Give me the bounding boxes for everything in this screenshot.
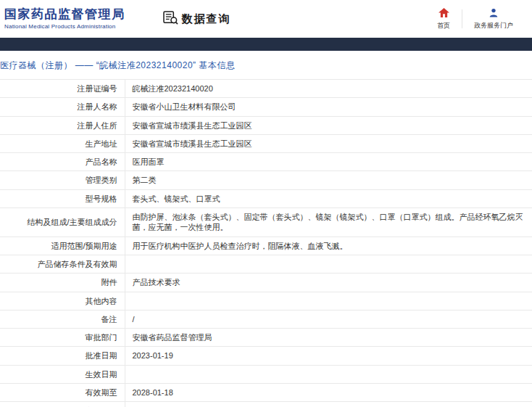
row-value: 由防护屏、泡沫条（套头式）、固定带（套头式）、镜架（镜架式）、口罩（口罩式）组成… xyxy=(125,208,532,237)
row-value xyxy=(125,255,532,273)
registration-info-table: 注册证编号 皖械注准20232140020 注册人名称 安徽省小山卫生材料有限公… xyxy=(0,79,532,407)
document-search-icon xyxy=(163,11,178,28)
row-value: 医用面罩 xyxy=(125,153,532,171)
table-row: 注册人名称 安徽省小山卫生材料有限公司 xyxy=(0,98,532,116)
table-row: 产品名称 医用面罩 xyxy=(0,153,532,171)
nav-item-portal[interactable]: 政务服务门户 xyxy=(462,8,525,30)
row-label: 生产地址 xyxy=(0,134,125,152)
section-title: 数据查询 xyxy=(182,12,231,26)
table-row: 注册人住所 安徽省宣城市绩溪县生态工业园区 xyxy=(0,116,532,134)
row-label: 产品名称 xyxy=(0,153,125,171)
row-label: 适用范围/预期用途 xyxy=(0,237,125,255)
row-label: 有效期至 xyxy=(0,384,125,402)
row-value: 产品技术要求 xyxy=(125,274,532,292)
table-row: 适用范围/预期用途 用于医疗机构中医护人员检查治疗时，阻隔体液、血液飞溅。 xyxy=(0,237,532,255)
row-value: 2023-01-19 xyxy=(125,347,532,365)
table-row: 型号规格 套头式、镜架式、口罩式 xyxy=(0,189,532,207)
table-row: 审批部门 安徽省药品监督管理局 xyxy=(0,329,532,347)
agency-name-en: National Medical Products Administration xyxy=(4,23,125,30)
nav-portal-label: 政务服务门户 xyxy=(474,21,513,30)
home-icon xyxy=(439,8,449,19)
data-query-header: 数据查询 xyxy=(163,11,231,28)
row-label: 结构及组成/主要组成成分 xyxy=(0,208,125,237)
table-row: 生产地址 安徽省宣城市绩溪县生态工业园区 xyxy=(0,134,532,152)
row-label: 备注 xyxy=(0,310,125,328)
row-label: 注册人住所 xyxy=(0,116,125,134)
row-value: 安徽省药品监督管理局 xyxy=(125,329,532,347)
row-label: 批准日期 xyxy=(0,347,125,365)
page-header: 国家药品监督管理局 National Medical Products Admi… xyxy=(0,0,532,38)
row-value xyxy=(125,402,532,407)
row-value: 皖械注准20232140020 xyxy=(125,80,532,98)
table-row: 管理类别 第二类 xyxy=(0,171,532,189)
row-label: 附件 xyxy=(0,274,125,292)
row-value: 2028-01-18 xyxy=(125,384,532,402)
nav-bar xyxy=(0,38,532,51)
row-label: 变更情况 xyxy=(0,402,125,407)
row-label: 产品储存条件及有效期 xyxy=(0,255,125,273)
page-title: 医疗器械（注册） —— “皖械注准20232140020” 基本信息 xyxy=(0,51,532,79)
top-nav: 首页 政务服务门户 xyxy=(425,8,525,30)
row-label: 注册人名称 xyxy=(0,98,125,116)
table-row: 批准日期 2023-01-19 xyxy=(0,347,532,365)
row-value: / xyxy=(125,310,532,328)
row-label: 其他内容 xyxy=(0,292,125,310)
person-icon xyxy=(489,8,499,19)
row-label: 注册证编号 xyxy=(0,80,125,98)
row-label: 型号规格 xyxy=(0,189,125,207)
row-value: 安徽省宣城市绩溪县生态工业园区 xyxy=(125,116,532,134)
table-row: 附件 产品技术要求 xyxy=(0,274,532,292)
table-row: 产品储存条件及有效期 xyxy=(0,255,532,273)
row-label: 审批部门 xyxy=(0,329,125,347)
info-table-body: 注册证编号 皖械注准20232140020 注册人名称 安徽省小山卫生材料有限公… xyxy=(0,80,532,407)
table-row: 结构及组成/主要组成成分 由防护屏、泡沫条（套头式）、固定带（套头式）、镜架（镜… xyxy=(0,208,532,237)
row-value: 安徽省宣城市绩溪县生态工业园区 xyxy=(125,134,532,152)
row-value xyxy=(125,292,532,310)
row-label: 管理类别 xyxy=(0,171,125,189)
table-row: 其他内容 xyxy=(0,292,532,310)
row-value: 套头式、镜架式、口罩式 xyxy=(125,189,532,207)
table-row: 有效期至 2028-01-18 xyxy=(0,384,532,402)
nav-item-home[interactable]: 首页 xyxy=(425,8,462,30)
table-row: 注册证编号 皖械注准20232140020 xyxy=(0,80,532,98)
row-value: 用于医疗机构中医护人员检查治疗时，阻隔体液、血液飞溅。 xyxy=(125,237,532,255)
agency-logo: 国家药品监督管理局 National Medical Products Admi… xyxy=(4,8,125,30)
row-value xyxy=(125,365,532,383)
table-row: 备注 / xyxy=(0,310,532,328)
table-row: 生效日期 xyxy=(0,365,532,383)
row-value: 安徽省小山卫生材料有限公司 xyxy=(125,98,532,116)
table-row: 变更情况 xyxy=(0,402,532,407)
row-label: 生效日期 xyxy=(0,365,125,383)
nav-home-label: 首页 xyxy=(437,21,450,30)
row-value: 第二类 xyxy=(125,171,532,189)
agency-name-cn: 国家药品监督管理局 xyxy=(4,8,125,22)
